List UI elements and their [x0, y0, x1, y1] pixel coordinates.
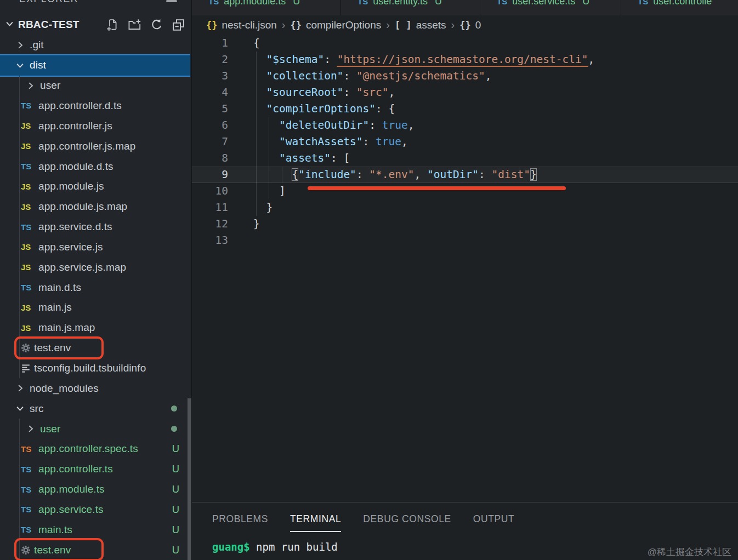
tree-item-label: app.service.ts [38, 504, 104, 516]
tree-item-main.js[interactable]: JSmain.js [0, 298, 191, 318]
editor-tab-content: TSuser.controlle [638, 0, 712, 7]
tree-item-icon: TS [21, 525, 35, 534]
breadcrumb-separator: › [451, 19, 455, 31]
tree-item-test.env[interactable]: test.env [0, 338, 191, 358]
code-line-13: 13 [192, 232, 738, 249]
collapse-all-button[interactable] [172, 19, 185, 31]
breadcrumb-item-compilerOptions[interactable]: {}compilerOptions [290, 19, 381, 31]
breadcrumb-item-nest-cli.json[interactable]: {}nest-cli.json [206, 19, 277, 31]
tree-item-icon: TS [21, 162, 35, 171]
code-line-3: 3 "collection": "@nestjs/schematics", [192, 68, 738, 84]
code-line-12: 12} [192, 216, 738, 232]
watermark: @稀土掘金技术社区 [648, 546, 731, 558]
breadcrumb-item-assets[interactable]: [ ]assets [395, 19, 446, 31]
js-file-icon: JS [21, 323, 35, 333]
symbol-braces-icon: {} [206, 20, 217, 31]
tree-item-icon: TS [21, 222, 35, 232]
editor-tab-user.controlle[interactable]: TSuser.controlle [621, 0, 738, 15]
breadcrumb-label: 0 [475, 19, 481, 31]
line-number: 6 [192, 117, 228, 134]
js-file-icon: JS [21, 303, 35, 312]
tree-item-user[interactable]: user [0, 76, 191, 96]
tree-item-icon [15, 403, 25, 414]
tree-item-app.module.d.ts[interactable]: TSapp.module.d.ts [0, 156, 191, 176]
tree-item-app.controller.js.map[interactable]: JSapp.controller.js.map [0, 136, 191, 156]
tree-item-app.service.js[interactable]: JSapp.service.js [0, 237, 191, 258]
tree-item-icon: TS [21, 485, 35, 494]
tree-item-label: app.module.ts [38, 483, 105, 495]
new-folder-button[interactable] [128, 19, 141, 31]
more-actions-icon[interactable] [166, 0, 177, 2]
tree-item-label: app.module.js.map [38, 201, 127, 213]
ts-file-icon: TS [21, 222, 35, 232]
tree-item-app.service.d.ts[interactable]: TSapp.service.d.ts [0, 217, 191, 237]
panel-tabs: PROBLEMSTERMINALDEBUG CONSOLEOUTPUT [192, 502, 738, 525]
tree-item-label: tsconfig.build.tsbuildinfo [34, 362, 146, 374]
chevron-right-icon [15, 383, 25, 393]
tree-item-label: app.controller.js.map [38, 140, 135, 152]
tree-item-app.service.js.map[interactable]: JSapp.service.js.map [0, 257, 191, 277]
line-number: 12 [192, 216, 228, 232]
breadcrumb-label: compilerOptions [306, 19, 381, 31]
tree-item-icon [15, 60, 25, 71]
tree-item-label: test.env [34, 544, 71, 556]
tree-item-label: app.service.js.map [38, 261, 126, 273]
panel-tab-terminal[interactable]: TERMINAL [290, 513, 341, 525]
panel-tab-output[interactable]: OUTPUT [473, 513, 515, 525]
tree-item-app.controller.spec.ts[interactable]: TSapp.controller.spec.tsU [0, 439, 191, 459]
ts-file-icon: TS [21, 283, 35, 292]
breadcrumb-separator: › [282, 19, 286, 31]
tree-item-node_modules[interactable]: node_modules [0, 378, 191, 398]
tree-item-app.service.ts[interactable]: TSapp.service.tsU [0, 500, 191, 520]
js-file-icon: JS [21, 242, 35, 252]
tree-item-app.module.js[interactable]: JSapp.module.js [0, 176, 191, 197]
tree-item-app.controller.js[interactable]: JSapp.controller.js [0, 116, 191, 136]
editor-tab-content: TSapp.module.tsU [208, 0, 300, 7]
tree-item-main.d.ts[interactable]: TSmain.d.ts [0, 277, 191, 298]
chevron-right-icon [25, 81, 36, 91]
tree-item-icon: JS [21, 323, 35, 333]
ts-file-icon: TS [21, 162, 35, 171]
refresh-button[interactable] [151, 19, 163, 31]
tree-item-dist[interactable]: dist [0, 54, 190, 77]
tree-item-user[interactable]: user [0, 419, 191, 439]
symbol-braces-icon: {} [459, 20, 470, 31]
tree-item-label: dist [30, 59, 46, 71]
panel-tab-debug-console[interactable]: DEBUG CONSOLE [363, 513, 451, 525]
sidebar-scrollbar-thumb[interactable] [188, 398, 191, 560]
tree-item-test.env[interactable]: test.envU [0, 540, 191, 560]
explorer-sidebar: EXPLORER RBAC-TEST .gitdistuserTSapp.con… [0, 0, 192, 560]
tree-item-tsconfig.build.tsbuildinfo[interactable]: tsconfig.build.tsbuildinfo [0, 358, 191, 379]
editor-tab-user.service.ts[interactable]: TSuser.service.tsU [480, 0, 621, 15]
ts-file-icon: TS [638, 0, 648, 6]
git-untracked-badge: U [172, 463, 179, 475]
tree-item-app.controller.ts[interactable]: TSapp.controller.tsU [0, 459, 191, 479]
tree-item-app.module.js.map[interactable]: JSapp.module.js.map [0, 197, 191, 217]
js-file-icon: JS [21, 182, 35, 191]
tree-item-app.controller.d.ts[interactable]: TSapp.controller.d.ts [0, 96, 191, 116]
line-number: 1 [192, 35, 228, 52]
chevron-down-icon [15, 403, 25, 414]
panel-tab-problems[interactable]: PROBLEMS [212, 513, 268, 525]
project-root-row[interactable]: RBAC-TEST [0, 14, 191, 35]
tree-item-label: main.js.map [38, 322, 95, 334]
editor-tab-label: user.service.ts [512, 0, 575, 7]
ts-file-icon: TS [208, 0, 219, 6]
editor-tab-user.entity.ts[interactable]: TSuser.entity.tsU [341, 0, 480, 15]
terminal-line[interactable]: guang$ npm run build [212, 541, 338, 553]
tree-item-app.module.ts[interactable]: TSapp.module.tsU [0, 479, 191, 500]
tree-item-main.ts[interactable]: TSmain.tsU [0, 519, 191, 540]
editor-tab-app.module.ts[interactable]: TSapp.module.tsU [192, 0, 341, 15]
code-editor[interactable]: 1{2 "$schema": "https://json.schemastore… [192, 35, 738, 249]
new-file-button[interactable] [106, 19, 119, 31]
tree-item-src[interactable]: src [0, 398, 191, 419]
tree-item-label: main.ts [38, 524, 72, 536]
tree-item-main.js.map[interactable]: JSmain.js.map [0, 318, 191, 338]
tree-item-label: test.env [34, 342, 71, 354]
tree-item-label: app.controller.ts [38, 463, 113, 475]
vscode-window: EXPLORER RBAC-TEST .gitdistuserTSapp.con… [0, 0, 738, 560]
tree-item-.git[interactable]: .git [0, 35, 191, 55]
js-file-icon: JS [21, 141, 35, 151]
breadcrumb-item-0[interactable]: {}0 [459, 19, 481, 31]
tree-item-label: src [30, 403, 44, 415]
